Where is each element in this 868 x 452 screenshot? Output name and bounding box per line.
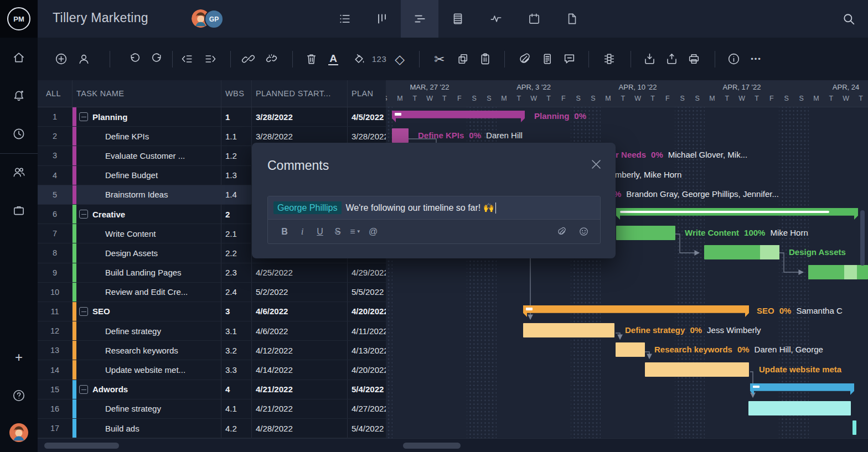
task-name-cell[interactable]: Define Budget: [76, 166, 221, 185]
underline-button[interactable]: U: [311, 227, 329, 237]
task-name-cell[interactable]: Evaluate Customer ...: [76, 146, 221, 165]
task-name-cell[interactable]: Review and Edit Cre...: [76, 283, 221, 302]
app-logo[interactable]: PM: [0, 0, 38, 38]
task-name-cell[interactable]: Write Content: [76, 224, 221, 243]
cut[interactable]: ✂: [431, 51, 448, 67]
paste-icon[interactable]: [477, 51, 493, 67]
task-name-cell[interactable]: Creative: [76, 205, 221, 224]
emoji-icon[interactable]: [575, 226, 592, 237]
task-name-cell[interactable]: Define strategy: [76, 321, 221, 340]
column-header-wbs[interactable]: WBS: [221, 80, 252, 107]
table-row[interactable]: 10Review and Edit Cre...2.45/2/20225/5/2…: [38, 283, 386, 302]
mention-button[interactable]: @: [364, 227, 382, 237]
notifications-icon[interactable]: [12, 89, 26, 103]
gantt-vertical-scrollbar[interactable]: [860, 210, 865, 266]
planned-finish-cell[interactable]: 5/4/2022: [348, 380, 386, 399]
planned-finish-cell[interactable]: 4/20/2022: [348, 360, 386, 379]
planned-start-cell[interactable]: 4/6/2022: [252, 321, 348, 340]
italic-button[interactable]: i: [293, 226, 311, 237]
add-task-icon[interactable]: [53, 51, 69, 67]
planned-start-cell[interactable]: 4/25/2022: [252, 263, 348, 282]
collapse-icon[interactable]: [79, 112, 88, 121]
planned-finish-cell[interactable]: 4/20/2022: [348, 302, 386, 321]
add-icon[interactable]: +: [12, 350, 26, 365]
comment-input[interactable]: George Phillips We're following our time…: [268, 196, 600, 220]
bold-button[interactable]: B: [276, 227, 293, 237]
home-icon[interactable]: [12, 50, 26, 65]
planned-start-cell[interactable]: 4/28/2022: [252, 419, 348, 438]
tab-calendar-view[interactable]: [515, 0, 553, 38]
planned-finish-cell[interactable]: 4/27/2022: [348, 399, 386, 418]
fill-color-icon[interactable]: [350, 51, 367, 67]
indent-icon[interactable]: [202, 51, 219, 67]
collapse-icon[interactable]: [79, 210, 88, 219]
redo-icon[interactable]: [149, 51, 166, 67]
planned-start-cell[interactable]: 3/28/2022: [252, 107, 348, 126]
planned-start-cell[interactable]: 4/21/2022: [252, 399, 348, 418]
column-header-planned-finish[interactable]: PLAN: [348, 80, 386, 107]
column-header-planned-start[interactable]: PLANNED START...: [252, 80, 348, 107]
table-row[interactable]: 1Planning13/28/20224/5/2022: [38, 107, 386, 127]
font-color[interactable]: A: [325, 51, 342, 67]
info-icon[interactable]: [725, 51, 742, 67]
task-name-cell[interactable]: SEO: [76, 302, 221, 321]
table-row[interactable]: 16Define strategy4.14/21/20224/27/2022: [38, 399, 386, 419]
collapse-icon[interactable]: [79, 307, 88, 316]
planned-finish-cell[interactable]: 4/29/2022: [348, 263, 386, 282]
table-row[interactable]: 11SEO34/6/20224/20/2022: [38, 302, 386, 321]
planned-finish-cell[interactable]: 5/4/2022: [348, 419, 386, 438]
milestone[interactable]: ◇: [391, 51, 408, 67]
gantt-task-bar[interactable]: [808, 265, 868, 279]
outdent-icon[interactable]: [178, 51, 195, 67]
columns-icon[interactable]: [601, 51, 617, 67]
task-comment-icon[interactable]: [561, 51, 577, 67]
task-name-cell[interactable]: Build Landing Pages: [76, 263, 221, 282]
planned-finish-cell[interactable]: 4/11/2022: [348, 321, 386, 340]
gantt-task-bar[interactable]: [852, 420, 856, 435]
more-icon[interactable]: •••: [748, 51, 764, 67]
table-row[interactable]: 9Build Landing Pages2.34/25/20224/29/202…: [38, 263, 386, 283]
gantt-summary-bar[interactable]: [616, 208, 858, 220]
search-icon[interactable]: [841, 11, 856, 27]
table-horizontal-scrollbar[interactable]: [44, 443, 119, 449]
task-name-cell[interactable]: Define strategy: [76, 399, 221, 418]
gantt-task-bar[interactable]: [748, 401, 851, 415]
column-header-task-name[interactable]: TASK NAME: [73, 80, 221, 107]
collapse-icon[interactable]: [79, 385, 88, 394]
task-name-cell[interactable]: Update website met...: [76, 360, 221, 379]
recent-icon[interactable]: [12, 127, 26, 141]
planned-start-cell[interactable]: 5/2/2022: [252, 283, 348, 302]
gantt-horizontal-scrollbar[interactable]: [403, 443, 461, 449]
task-notes-icon[interactable]: [539, 51, 555, 67]
gantt-task-bar[interactable]: [645, 362, 749, 377]
link-tasks-icon[interactable]: [240, 51, 256, 67]
list-format-button[interactable]: ≡▼: [347, 227, 364, 237]
planned-start-cell[interactable]: 4/6/2022: [252, 302, 348, 321]
team-icon[interactable]: [12, 165, 26, 179]
number-format[interactable]: 123: [371, 51, 388, 67]
gantt-summary-bar[interactable]: [523, 305, 749, 317]
tab-sheet-view[interactable]: [439, 0, 477, 38]
gantt-summary-bar[interactable]: [750, 383, 854, 395]
task-name-cell[interactable]: Research keywords: [76, 341, 221, 360]
copy-icon[interactable]: [454, 51, 471, 67]
user-avatar[interactable]: [9, 423, 28, 442]
print-icon[interactable]: [685, 51, 702, 67]
tab-list-view[interactable]: [326, 0, 364, 38]
tab-doc-view[interactable]: [553, 0, 591, 38]
table-row[interactable]: 15Adwords44/21/20225/4/2022: [38, 380, 386, 399]
strikethrough-button[interactable]: S: [329, 227, 347, 237]
undo-icon[interactable]: [126, 51, 142, 67]
attach-file-icon[interactable]: [516, 51, 533, 67]
member-avatar-initials[interactable]: GP: [204, 9, 224, 29]
task-name-cell[interactable]: Define KPIs: [76, 127, 221, 146]
gantt-task-bar[interactable]: [616, 342, 645, 357]
assign-user-icon[interactable]: [75, 51, 92, 67]
gantt-task-bar[interactable]: [616, 226, 675, 240]
tab-board-view[interactable]: [363, 0, 401, 38]
planned-start-cell[interactable]: 4/21/2022: [252, 380, 348, 399]
import-icon[interactable]: [641, 51, 658, 67]
portfolio-icon[interactable]: [12, 203, 26, 217]
export-icon[interactable]: [663, 51, 680, 67]
table-row[interactable]: 12Define strategy3.14/6/20224/11/2022: [38, 321, 386, 341]
